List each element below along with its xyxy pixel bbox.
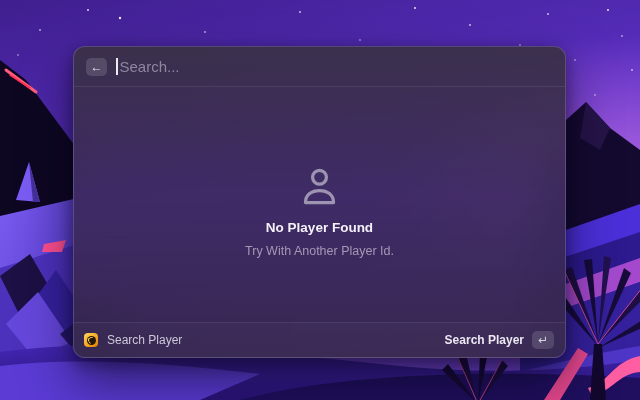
search-field: [116, 58, 553, 75]
search-window: ← No Player Found Try With Another Playe…: [73, 46, 566, 358]
return-key-icon: ↵: [538, 334, 548, 346]
empty-state-title: No Player Found: [266, 220, 373, 235]
footer-app-label: Search Player: [107, 333, 182, 347]
user-icon: [301, 166, 338, 207]
search-player-app-icon: [84, 333, 98, 347]
footer-app: Search Player: [84, 333, 182, 347]
arrow-left-icon: ←: [91, 61, 103, 73]
desktop: ← No Player Found Try With Another Playe…: [0, 0, 640, 400]
footer-bar: Search Player Search Player ↵: [74, 322, 565, 357]
app-icon-ring: [87, 336, 96, 345]
empty-state-subtitle: Try With Another Player Id.: [245, 244, 394, 258]
return-key-badge: ↵: [532, 331, 554, 349]
back-button[interactable]: ←: [86, 58, 107, 76]
search-bar: ←: [74, 47, 565, 87]
search-player-action-button[interactable]: Search Player ↵: [441, 328, 558, 352]
action-label: Search Player: [445, 333, 524, 347]
empty-state: No Player Found Try With Another Player …: [74, 87, 565, 322]
app-icon-swirl: [87, 336, 96, 345]
search-input[interactable]: [118, 58, 554, 75]
